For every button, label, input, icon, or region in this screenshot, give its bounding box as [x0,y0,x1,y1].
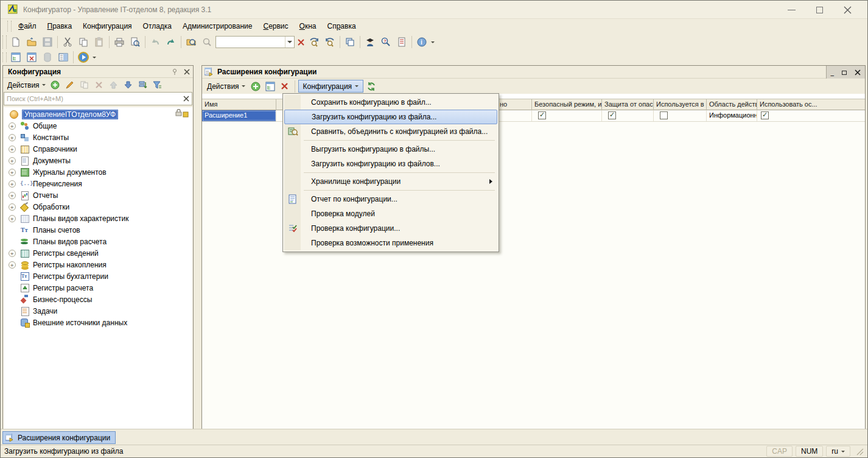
menu-item-save-configuration-to-file[interactable]: Сохранить конфигурацию в файл... [284,95,497,110]
find-next-button[interactable] [306,35,322,49]
configuration-menu-button[interactable]: Конфигурация [298,80,364,93]
toolbar-grip[interactable] [2,52,7,62]
cell-safe-mode[interactable] [532,110,602,121]
menu-item-check-configuration[interactable]: Проверка конфигурации... [284,221,497,236]
tree-search-input[interactable] [4,95,181,102]
database-button[interactable] [40,51,55,63]
menubar-item-help[interactable]: Справка [321,20,361,32]
column-header-active-tail[interactable]: но [497,99,532,110]
redo-button[interactable] [163,35,179,49]
expand-icon[interactable] [9,215,16,222]
tree-item-tasks[interactable]: Задачи [4,305,192,317]
cell-active[interactable] [497,110,532,121]
close-configuration-button[interactable] [24,51,40,63]
tree-item-business-processes[interactable]: Бизнес-процессы [4,294,192,305]
refresh-button[interactable] [365,80,378,93]
tree-item-calculation-registers[interactable]: Регистры расчета [4,282,192,294]
menubar-item-windows[interactable]: Окна [294,20,322,32]
extensions-actions-button[interactable]: Действия [205,82,248,91]
open-configuration-button[interactable] [8,51,24,63]
tree-item-common[interactable]: Общие [4,120,192,132]
menu-item-load-configuration-from-file[interactable]: Загрузить конфигурацию из файла... [284,110,497,124]
tree-item-calculation-kinds[interactable]: Планы видов расчета [4,236,192,247]
print-preview-button[interactable] [127,35,143,49]
expand-icon[interactable] [9,134,16,141]
column-header-protection[interactable]: Защита от опас... [602,99,654,110]
info-button[interactable]: i [414,35,430,49]
paste-button[interactable] [91,35,107,49]
menubar-item-administration[interactable]: Администрирование [177,20,257,32]
add-extension-button[interactable] [249,80,262,93]
protection-checkbox[interactable] [608,111,616,119]
expand-icon[interactable] [9,203,16,211]
tree-item-constants[interactable]: Константы [4,132,192,143]
tree-item-enums[interactable]: Перечисления [4,178,192,189]
syntax-check-button[interactable] [362,35,378,49]
filter-button[interactable] [151,79,164,91]
help-search-button[interactable]: ? [378,35,394,49]
menubar-item-debug[interactable]: Отладка [138,20,177,32]
menubar-item-edit[interactable]: Правка [42,20,78,32]
toolbar-grip[interactable] [7,21,12,32]
use-main-roles-checkbox[interactable] [761,111,769,119]
global-search-button[interactable] [183,35,199,49]
menu-item-dump-configuration-to-files[interactable]: Выгрузить конфигурацию в файлы... [284,142,497,157]
print-button[interactable] [111,35,127,49]
column-header-use-main-roles[interactable]: Использовать ос... [757,99,865,110]
clear-search-button[interactable] [295,36,306,48]
minimize-button[interactable] [777,1,805,19]
expand-icon[interactable] [9,122,16,130]
undo-button[interactable] [147,35,163,49]
tree-item-accumulation-registers[interactable]: Регистры накопления [4,259,192,270]
tree-search-clear-button[interactable] [181,93,192,105]
menu-item-compare-merge[interactable]: Сравнить, объединить с конфигурацией из … [284,124,497,139]
form-constructor-button[interactable] [55,51,71,63]
delete-extension-button[interactable] [278,80,292,93]
syntax-helper-button[interactable] [394,35,410,49]
tree-item-external-data-sources[interactable]: Внешние источники данных [4,317,192,328]
pin-icon[interactable] [171,68,178,76]
menubar-item-service[interactable]: Сервис [257,20,293,32]
panel-close-icon[interactable] [183,68,191,76]
expand-icon[interactable] [9,169,16,176]
expand-icon[interactable] [9,192,16,199]
menu-item-check-applicability[interactable]: Проверка возможности применения [284,236,497,250]
menubar-item-file[interactable]: Файл [13,20,42,32]
open-extension-configuration-button[interactable] [264,80,277,93]
copy-button[interactable] [75,35,91,49]
cell-use-main-roles[interactable] [757,110,865,121]
tree-item-accounting-registers[interactable]: Регистры бухгалтерии [4,270,192,282]
save-button[interactable] [40,35,55,49]
search-dropdown-button[interactable] [285,37,294,48]
info-dropdown-caret[interactable] [431,41,435,43]
tree-item-characteristic-kinds[interactable]: Планы видов характеристик [4,213,192,224]
tree-item-data-processors[interactable]: Обработки [4,201,192,213]
add-button[interactable] [49,79,62,91]
tree-item-reports[interactable]: Отчеты [4,189,192,201]
actions-menu-button[interactable]: Действия [5,81,47,90]
sort-button[interactable] [136,79,150,91]
tree-item-documents[interactable]: Документы [4,155,192,166]
cell-name[interactable]: Расширение1 [202,110,276,121]
mdi-close-button[interactable] [855,69,861,76]
mdi-minimize-button[interactable]: _ [831,69,835,76]
menu-item-configuration-repository[interactable]: Хранилище конфигурации [284,174,497,189]
windows-list-button[interactable] [342,35,358,49]
tab-extensions[interactable]: Расширения конфигурации [2,431,116,444]
expand-icon[interactable] [9,180,16,188]
toolbar-grip[interactable] [2,35,7,49]
tree-item-catalogs[interactable]: Справочники [4,143,192,155]
expand-icon[interactable] [9,157,16,164]
menu-item-check-modules[interactable]: Проверка модулей [284,206,497,221]
tree-item-document-journals[interactable]: Журналы документов [4,166,192,178]
tree-item-information-registers[interactable]: Регистры сведений [4,247,192,259]
column-header-scope[interactable]: Область действ... [707,99,757,110]
menu-item-load-configuration-from-files[interactable]: Загрузить конфигурацию из файлов... [284,157,497,171]
find-button[interactable] [199,35,215,49]
used-in-checkbox[interactable] [660,111,668,119]
copy-item-button[interactable] [78,79,91,91]
cell-scope[interactable]: Информационна... [707,110,757,121]
start-debugging-button[interactable] [75,51,91,63]
run-dropdown-caret[interactable] [93,57,96,58]
column-header-safe-mode[interactable]: Безопасный режим, им... [532,99,602,110]
